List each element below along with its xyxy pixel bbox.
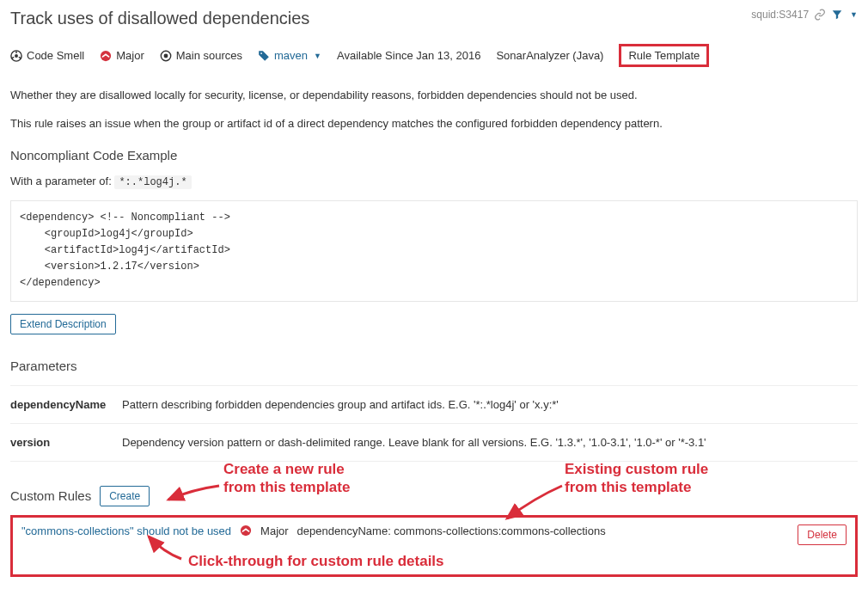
permalink-icon[interactable]: [814, 9, 826, 21]
page-title: Track uses of disallowed dependencies: [10, 9, 309, 28]
scope-label: Main sources: [176, 49, 242, 62]
type-badge: Code Smell: [10, 49, 84, 62]
severity-label: Major: [116, 49, 144, 62]
severity-major-icon: [100, 50, 112, 62]
tag-caret-icon[interactable]: ▼: [314, 52, 321, 60]
desc-paragraph: This rule raises an issue when the group…: [10, 116, 858, 132]
meta-row: Code Smell Major Main sources maven ▼ Av…: [10, 44, 858, 67]
scope-icon: [160, 50, 172, 62]
parameter-name: version: [10, 436, 122, 449]
rule-key: squid:S3417: [751, 9, 809, 21]
severity-major-icon: [240, 524, 252, 537]
rule-template-badge: Rule Template: [619, 44, 709, 67]
delete-button[interactable]: Delete: [798, 524, 847, 545]
noncompliant-param-intro: With a parameter of: *:.*log4j.*: [10, 175, 858, 188]
extend-description-button[interactable]: Extend Description: [10, 314, 116, 334]
tag-label[interactable]: maven: [274, 49, 308, 62]
svg-point-1: [15, 54, 18, 58]
parameter-name: dependencyName: [10, 398, 122, 411]
tag-icon: [258, 50, 270, 62]
analyzer-name: SonarAnalyzer (Java): [496, 49, 603, 62]
tags-area[interactable]: maven ▼: [258, 49, 321, 62]
parameter-row: version Dependency version pattern or da…: [10, 424, 858, 462]
create-button[interactable]: Create: [100, 486, 150, 506]
annotation-create-text: Create a new rule from this template: [223, 460, 350, 497]
custom-rule-link[interactable]: "commons-collections" should not be used: [21, 524, 231, 537]
parameters-table: dependencyName Pattern describing forbid…: [10, 385, 858, 462]
svg-point-4: [164, 54, 168, 58]
custom-rule-param: dependencyName: commons-collections:comm…: [297, 524, 606, 537]
parameter-desc: Dependency version pattern or dash-delim…: [122, 436, 858, 449]
annotation-arrow-icon: [142, 533, 190, 562]
filter-icon[interactable]: [831, 9, 843, 21]
severity-badge: Major: [100, 49, 144, 62]
custom-rule-row: "commons-collections" should not be used…: [10, 515, 858, 577]
svg-point-5: [260, 52, 262, 54]
code-smell-icon: [10, 50, 22, 62]
svg-point-6: [241, 525, 251, 536]
annotation-existing-text: Existing custom rule from this template: [565, 460, 708, 497]
annotation-clickthrough-text: Click-through for custom rule details: [188, 552, 444, 570]
rule-description: Whether they are disallowed locally for …: [10, 88, 858, 132]
available-since: Available Since Jan 13, 2016: [337, 49, 480, 62]
noncompliant-heading: Noncompliant Code Example: [10, 148, 858, 163]
scope-badge: Main sources: [160, 49, 242, 62]
svg-point-2: [101, 50, 111, 60]
annotation-arrow-icon: [163, 481, 223, 512]
custom-rules-heading: Custom Rules: [10, 488, 91, 503]
custom-rule-severity: Major: [260, 524, 289, 537]
parameter-row: dependencyName Pattern describing forbid…: [10, 385, 858, 424]
type-label: Code Smell: [27, 49, 84, 62]
filter-caret-icon[interactable]: ▼: [850, 10, 858, 19]
noncompliant-code: <dependency> <!-- Noncompliant --> <grou…: [10, 200, 858, 302]
parameter-desc: Pattern describing forbidden dependencie…: [122, 398, 858, 411]
parameters-heading: Parameters: [10, 359, 858, 373]
desc-paragraph: Whether they are disallowed locally for …: [10, 88, 858, 104]
noncompliant-param-value: *:.*log4j.*: [114, 175, 191, 189]
